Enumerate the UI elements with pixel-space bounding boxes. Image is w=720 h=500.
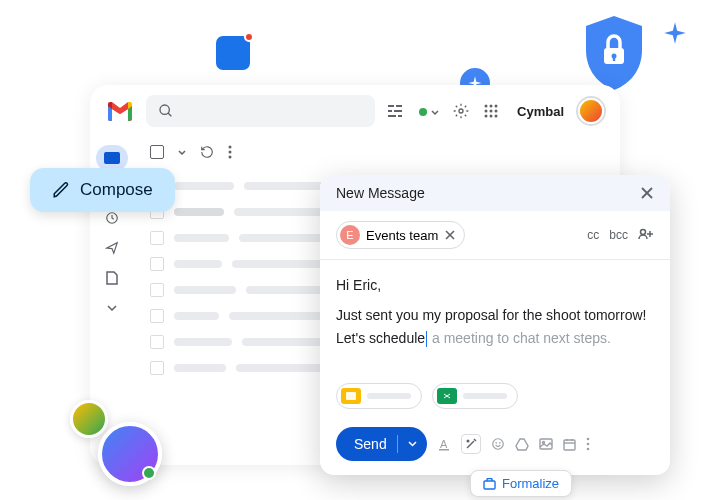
send-options-icon[interactable]: [408, 441, 417, 447]
apps-grid-icon[interactable]: [483, 103, 499, 119]
svg-rect-8: [394, 110, 402, 112]
svg-point-18: [485, 115, 488, 118]
refresh-icon[interactable]: [200, 145, 214, 159]
close-icon[interactable]: [640, 186, 654, 200]
compose-title: New Message: [336, 185, 425, 201]
account-avatar[interactable]: [578, 98, 604, 124]
sheets-icon: [437, 388, 457, 404]
cc-button[interactable]: cc: [587, 228, 599, 242]
remove-recipient-icon[interactable]: [444, 229, 456, 241]
text-cursor: [426, 331, 427, 347]
recipient-chip[interactable]: E Events team: [336, 221, 465, 249]
compose-button[interactable]: Compose: [30, 168, 175, 212]
header-actions: Cymbal: [387, 98, 604, 124]
svg-point-17: [495, 110, 498, 113]
svg-point-44: [542, 442, 544, 444]
send-button[interactable]: Send: [336, 427, 427, 461]
chevron-down-icon[interactable]: [178, 150, 186, 155]
select-all-checkbox[interactable]: [150, 145, 164, 159]
notification-dot: [244, 32, 254, 42]
sparkle-icon: [662, 20, 688, 46]
svg-point-25: [229, 151, 232, 154]
image-icon[interactable]: [539, 438, 553, 450]
formalize-chip[interactable]: Formalize: [470, 470, 572, 497]
svg-point-31: [641, 230, 646, 235]
gear-icon[interactable]: [453, 103, 469, 119]
sidebar-drafts[interactable]: [96, 265, 128, 291]
svg-point-41: [496, 443, 497, 444]
more-options-icon[interactable]: [586, 437, 590, 451]
contact-avatar: [70, 400, 108, 438]
drive-icon[interactable]: [515, 438, 529, 451]
svg-point-11: [459, 109, 463, 113]
gmail-header: Cymbal: [90, 85, 620, 137]
body-line1: Just sent you my proposal for the shoot …: [336, 304, 654, 326]
slides-icon: [341, 388, 361, 404]
svg-point-39: [467, 440, 469, 442]
svg-point-12: [485, 105, 488, 108]
briefcase-icon: [483, 478, 496, 490]
pencil-icon: [52, 181, 70, 199]
svg-point-24: [229, 146, 232, 149]
svg-point-20: [495, 115, 498, 118]
search-bar[interactable]: [146, 95, 375, 127]
svg-rect-45: [564, 440, 575, 450]
presence-indicator: [142, 466, 156, 480]
svg-point-42: [499, 443, 500, 444]
status-indicator[interactable]: [417, 103, 439, 119]
svg-point-16: [490, 110, 493, 113]
svg-point-49: [586, 438, 589, 441]
compose-window: New Message E Events team cc bcc Hi Eric…: [320, 175, 670, 475]
svg-rect-5: [388, 105, 394, 107]
attachment-chip[interactable]: [432, 383, 518, 409]
svg-point-3: [160, 105, 169, 114]
body-greeting: Hi Eric,: [336, 274, 654, 296]
magic-write-icon[interactable]: [461, 434, 481, 454]
svg-rect-2: [613, 56, 615, 61]
recipients-row[interactable]: E Events team cc bcc: [320, 211, 670, 260]
sidebar-sent[interactable]: [96, 235, 128, 261]
svg-text:A: A: [440, 438, 448, 450]
recipient-name: Events team: [366, 228, 438, 243]
svg-rect-9: [388, 115, 396, 117]
body-typed: Let's schedule: [336, 330, 425, 346]
svg-point-51: [586, 448, 589, 451]
more-icon[interactable]: [228, 145, 232, 159]
sidebar-more[interactable]: [96, 295, 128, 321]
svg-line-4: [168, 113, 171, 116]
svg-rect-10: [398, 115, 402, 117]
org-brand: Cymbal: [517, 104, 564, 119]
svg-point-19: [490, 115, 493, 118]
contact-avatar: [98, 422, 162, 486]
format-icon[interactable]: A: [437, 437, 451, 451]
svg-point-13: [490, 105, 493, 108]
compose-body[interactable]: Hi Eric, Just sent you my proposal for t…: [320, 260, 670, 383]
recipient-avatar: E: [340, 225, 360, 245]
schedule-icon[interactable]: [563, 438, 576, 451]
compose-label: Compose: [80, 180, 153, 200]
compose-header: New Message: [320, 175, 670, 211]
svg-rect-6: [396, 105, 402, 107]
emoji-icon[interactable]: [491, 437, 505, 451]
tune-icon[interactable]: [387, 103, 403, 119]
bcc-button[interactable]: bcc: [609, 228, 628, 242]
svg-rect-21: [104, 152, 120, 164]
svg-point-40: [492, 439, 503, 450]
attachment-chip[interactable]: [336, 383, 422, 409]
svg-rect-7: [388, 110, 392, 112]
add-recipients-icon[interactable]: [638, 228, 654, 242]
compose-footer: Send A: [320, 417, 670, 475]
body-suggestion: a meeting to chat next steps.: [428, 330, 611, 346]
formalize-label: Formalize: [502, 476, 559, 491]
svg-point-26: [229, 156, 232, 159]
svg-point-50: [586, 443, 589, 446]
svg-point-15: [485, 110, 488, 113]
mail-toolbar: [150, 145, 604, 159]
send-label: Send: [354, 436, 387, 452]
attachments-row: [320, 383, 670, 417]
search-icon: [158, 103, 174, 119]
gmail-logo: [106, 100, 134, 122]
chat-bubble-icon: [216, 36, 250, 70]
svg-rect-34: [346, 392, 356, 400]
svg-rect-38: [439, 449, 449, 451]
